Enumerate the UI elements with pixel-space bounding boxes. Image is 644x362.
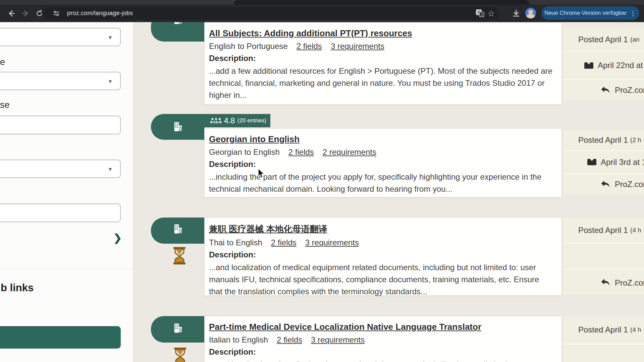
job-card: All Subjects: Adding additional PT(PT) r… (204, 22, 562, 105)
address-bar[interactable]: proz.com/language-jobs G 文 ☆ (43, 7, 499, 20)
browser-menu-icon[interactable]: ⋮ (630, 9, 636, 17)
dropdown-arrow-icon: ▼ (108, 34, 113, 40)
site-settings-icon[interactable] (52, 9, 60, 17)
language-pair: English to Portuguese (209, 42, 288, 51)
job-meta-column: Posted April 1(an April 22nd at ProZ.com (563, 28, 644, 101)
bookmark-star-icon[interactable]: ☆ (487, 9, 495, 18)
svg-text:文: 文 (480, 13, 483, 16)
source-link[interactable]: ProZ.com (615, 180, 644, 189)
posted-ago: (an (630, 36, 639, 43)
job-meta-column: Posted April 1(4 h ProZ.com (563, 218, 644, 295)
job-card: 兼职 医疗器械 本地化母语翻译 Thai to English2 fields3… (204, 218, 562, 296)
outsourcer-building-icon (173, 121, 183, 132)
rating-entries-count: (20 entries) (237, 117, 266, 124)
reload-icon[interactable] (36, 10, 43, 17)
reply-arrow-icon (600, 279, 610, 287)
expand-chevron-icon[interactable]: ❯ (113, 232, 122, 244)
posted-date-row: Posted April 1(4 h (563, 316, 644, 344)
job-meta-column: Posted April 1(2 h April 3rd at 1 ProZ.c… (563, 130, 644, 194)
description-label: Description: (209, 347, 553, 357)
chrome-update-button[interactable]: Neue Chrome-Version verfügbar ⋮ (541, 6, 639, 20)
posted-date-row: Posted April 1(4 h (563, 218, 644, 242)
sidebar-divider (0, 269, 133, 269)
job-card-tab (151, 316, 205, 343)
back-icon[interactable] (7, 9, 15, 17)
outsourcer-building-icon (173, 22, 183, 25)
deadline-row-empty (563, 345, 644, 362)
source-link[interactable]: ProZ.com (615, 278, 644, 288)
filter-input-2[interactable] (0, 203, 121, 222)
dropdown-arrow-icon: ▼ (108, 166, 113, 172)
job-card-tab (151, 22, 205, 42)
posted-ago: (4 h (630, 227, 641, 234)
reply-arrow-icon (600, 180, 610, 189)
job-title-link[interactable]: 兼职 医疗器械 本地化母语翻译 (209, 223, 327, 235)
posted-date-row: Posted April 1(an (563, 28, 644, 51)
fields-link[interactable]: 2 fields (277, 335, 302, 344)
job-card: Georgian into English Georgian to Englis… (204, 128, 562, 197)
deadline-row-empty (563, 243, 644, 269)
job-card-tab (151, 218, 205, 244)
translate-icon[interactable]: G 文 (476, 9, 484, 18)
description-label: Description: (209, 54, 553, 63)
requirements-link[interactable]: 2 requirements (323, 147, 376, 157)
posted-date-row: Posted April 1(2 h (563, 130, 644, 150)
filter-label-fragment-1: e (0, 57, 5, 67)
url-text[interactable]: proz.com/language-jobs (67, 10, 133, 17)
filter-select-3[interactable]: ▼ (0, 160, 121, 178)
requirements-link[interactable]: 3 requirements (331, 42, 384, 51)
blueboard-stars-icon: ★★★ ★bb★ (209, 118, 223, 124)
job-meta-column: Posted April 1(4 h (563, 316, 644, 362)
quoting-deadline-icon (584, 62, 593, 69)
description-label: Description: (209, 160, 553, 169)
filter-label-fragment-2: se (0, 100, 10, 110)
job-card: Part-time Medical Device Localization Na… (204, 316, 562, 362)
job-links-heading: b links (1, 282, 34, 294)
fields-link[interactable]: 2 fields (271, 238, 297, 247)
mouse-cursor (258, 168, 265, 178)
deadline-row: April 3rd at 1 (563, 151, 644, 173)
description-label: Description: (209, 250, 553, 259)
page-viewport: ▼ e ▼ se ▼ ❯ b links (0, 22, 644, 362)
job-description: ...add a few additional resources for En… (209, 65, 553, 101)
sidebar-search-button[interactable] (0, 326, 121, 349)
source-row: ProZ.com (563, 270, 644, 295)
reply-arrow-icon (600, 86, 610, 95)
source-row: ProZ.com (563, 80, 644, 101)
job-title-link[interactable]: All Subjects: Adding additional PT(PT) r… (209, 28, 412, 39)
requirements-link[interactable]: 3 requirements (305, 238, 359, 247)
forward-icon[interactable] (21, 9, 30, 17)
browser-toolbar: proz.com/language-jobs G 文 ☆ Neue Chrome… (0, 5, 644, 22)
filter-select-1[interactable]: ▼ (0, 28, 121, 46)
source-link[interactable]: ProZ.com (615, 85, 644, 95)
posted-ago: (2 h (630, 136, 641, 144)
requirements-link[interactable]: 3 requirements (311, 335, 365, 344)
filter-input-1[interactable] (0, 116, 121, 134)
job-card-tab (151, 114, 205, 140)
download-icon[interactable] (512, 9, 521, 18)
filters-sidebar: ▼ e ▼ se ▼ ❯ b links (0, 22, 133, 362)
blueboard-rating-badge[interactable]: ★★★ ★bb★ 4.8 (20 entries) (205, 114, 270, 127)
fields-link[interactable]: 2 fields (288, 147, 314, 157)
job-title-link[interactable]: Georgian into English (209, 134, 300, 144)
job-title-link[interactable]: Part-time Medical Device Localization Na… (209, 322, 481, 332)
browser-chrome: proz.com/language-jobs G 文 ☆ Neue Chrome… (0, 0, 644, 22)
fields-link[interactable]: 2 fields (297, 42, 322, 51)
job-description: ...and localization of medical equipment… (209, 261, 553, 298)
urgent-hourglass-icon (172, 347, 189, 362)
rating-score: 4.8 (224, 116, 235, 125)
active-tab[interactable] (234, 0, 529, 5)
tab-strip (0, 0, 644, 5)
avatar-shoulders (527, 14, 535, 18)
filter-select-2[interactable]: ▼ (0, 72, 121, 90)
outsourcer-building-icon (173, 224, 183, 234)
language-pair: Italian to English (209, 335, 268, 344)
language-pair: Thai to English (209, 238, 262, 247)
language-pair: Georgian to English (209, 147, 280, 157)
quoting-deadline-icon (587, 158, 596, 166)
source-row: ProZ.com (563, 174, 644, 194)
job-description: ...and localization of medical equipment… (209, 359, 553, 362)
profile-avatar[interactable] (525, 8, 536, 18)
outsourcer-building-icon (173, 323, 183, 334)
chrome-update-label: Neue Chrome-Version verfügbar (544, 10, 627, 16)
